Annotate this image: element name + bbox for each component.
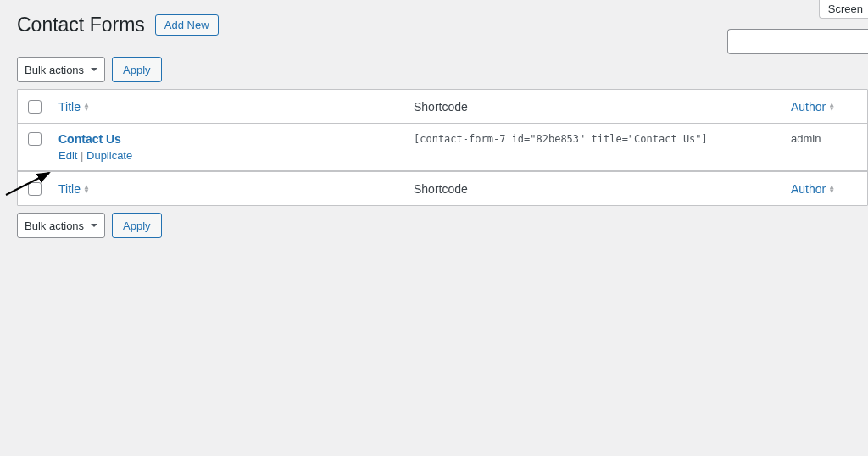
row-checkbox[interactable]: [28, 132, 42, 146]
select-all-checkbox-footer[interactable]: [28, 182, 42, 196]
sort-icon: ▲▼: [828, 185, 835, 193]
sort-icon: ▲▼: [83, 185, 90, 193]
form-title-link[interactable]: Contact Us: [58, 132, 414, 146]
shortcode-text[interactable]: [contact-form-7 id="82be853" title="Cont…: [414, 133, 708, 145]
screen-options-button[interactable]: Screen: [819, 0, 868, 19]
apply-button[interactable]: Apply: [112, 57, 162, 82]
column-title-label: Title: [58, 182, 81, 196]
search-input[interactable]: [727, 29, 868, 54]
duplicate-link[interactable]: Duplicate: [86, 149, 132, 162]
column-title-footer[interactable]: Title ▲▼: [58, 182, 414, 196]
column-author-label: Author: [791, 100, 826, 114]
apply-button-bottom[interactable]: Apply: [112, 213, 162, 238]
column-shortcode: Shortcode: [414, 100, 791, 114]
separator: |: [77, 149, 86, 162]
forms-table: Title ▲▼ Shortcode Author ▲▼ Contact Us …: [17, 89, 868, 206]
page-title: Contact Forms: [17, 14, 145, 36]
column-shortcode-footer: Shortcode: [414, 182, 791, 196]
column-author-label: Author: [791, 182, 826, 196]
column-author-footer[interactable]: Author ▲▼: [791, 182, 859, 196]
add-new-button[interactable]: Add New: [155, 14, 219, 36]
author-link[interactable]: admin: [791, 132, 821, 145]
sort-icon: ▲▼: [828, 103, 835, 111]
edit-link[interactable]: Edit: [58, 149, 77, 162]
column-title-label: Title: [58, 100, 81, 114]
bulk-actions-select-bottom[interactable]: Bulk actions: [17, 213, 105, 238]
table-row: Contact Us Edit | Duplicate [contact-for…: [18, 124, 867, 171]
select-all-checkbox[interactable]: [28, 100, 42, 114]
bulk-actions-select[interactable]: Bulk actions: [17, 57, 105, 82]
sort-icon: ▲▼: [83, 103, 90, 111]
column-title[interactable]: Title ▲▼: [58, 100, 414, 114]
column-author[interactable]: Author ▲▼: [791, 100, 859, 114]
